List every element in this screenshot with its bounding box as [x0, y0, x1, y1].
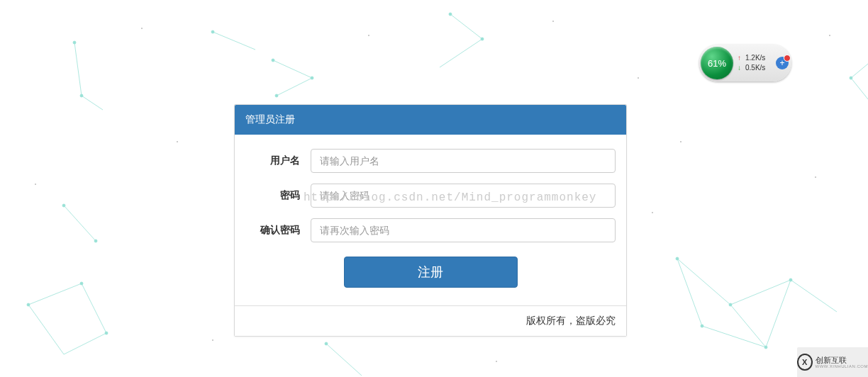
svg-point-41 [850, 77, 852, 79]
svg-line-28 [730, 280, 791, 305]
svg-line-14 [213, 32, 255, 50]
svg-line-0 [74, 43, 82, 96]
svg-line-10 [64, 333, 106, 354]
corner-logo-textbox: 创新互联 WWW.XINHULIAN.COM [816, 356, 869, 368]
monitor-download-row: ↓ 0.5K/s [738, 63, 776, 73]
username-input[interactable] [311, 149, 616, 173]
arrow-down-icon: ↓ [738, 63, 741, 73]
panel-footer: 版权所有，盗版必究 [235, 305, 626, 336]
svg-line-33 [702, 326, 766, 347]
form-row-password: 密码 [245, 184, 616, 208]
monitor-stats: ↑ 1.2K/s ↓ 0.5K/s [733, 53, 776, 73]
svg-point-51 [829, 35, 830, 36]
monitor-upload-row: ↑ 1.2K/s [738, 53, 776, 63]
svg-point-3 [80, 94, 83, 97]
svg-point-35 [729, 303, 732, 306]
svg-line-21 [450, 14, 482, 39]
register-panel: 管理员注册 用户名 密码 确认密码 注册 版权所有，盗版必究 [234, 104, 627, 337]
svg-point-47 [638, 77, 639, 79]
confirm-password-input[interactable] [311, 218, 616, 242]
svg-line-30 [730, 305, 766, 347]
corner-logo-sub: WWW.XINHULIAN.COM [816, 364, 869, 368]
svg-point-18 [272, 59, 274, 62]
monitor-plus-button[interactable]: + [776, 57, 789, 69]
svg-line-17 [277, 78, 312, 96]
monitor-percent-ball: 61% [701, 47, 733, 79]
svg-point-50 [815, 176, 816, 178]
corner-logo-main: 创新互联 [816, 356, 869, 364]
submit-row: 注册 [245, 257, 616, 288]
svg-point-37 [764, 346, 767, 349]
form-row-confirm-password: 确认密码 [245, 218, 616, 242]
svg-point-19 [311, 77, 313, 79]
svg-point-26 [325, 342, 328, 345]
svg-line-4 [64, 206, 96, 241]
svg-line-8 [28, 305, 64, 354]
confirm-password-label: 确认密码 [245, 224, 311, 237]
svg-line-9 [82, 283, 106, 333]
svg-line-29 [791, 280, 837, 312]
panel-title: 管理员注册 [235, 105, 626, 135]
monitor-download-value: 0.5K/s [745, 63, 765, 73]
svg-point-24 [481, 38, 484, 40]
svg-point-45 [368, 35, 369, 36]
system-monitor-widget[interactable]: 61% ↑ 1.2K/s ↓ 0.5K/s + [699, 45, 791, 81]
svg-line-1 [82, 96, 103, 110]
svg-point-34 [676, 257, 679, 260]
form-row-username: 用户名 [245, 149, 616, 173]
svg-point-44 [177, 141, 178, 142]
svg-line-27 [677, 259, 730, 305]
svg-point-23 [449, 13, 452, 16]
svg-point-46 [552, 21, 554, 22]
svg-point-48 [652, 212, 653, 213]
svg-point-11 [27, 303, 30, 306]
svg-line-16 [273, 60, 312, 78]
svg-point-43 [141, 28, 143, 29]
svg-point-15 [211, 30, 214, 33]
svg-line-39 [851, 78, 868, 99]
svg-line-25 [326, 344, 362, 376]
corner-logo-icon: X [797, 354, 813, 371]
password-label: 密码 [245, 189, 311, 202]
svg-point-38 [701, 325, 703, 327]
username-label: 用户名 [245, 154, 311, 167]
svg-point-20 [275, 94, 278, 97]
svg-point-6 [94, 240, 97, 242]
svg-line-32 [677, 259, 702, 326]
register-button[interactable]: 注册 [344, 257, 518, 288]
panel-body: 用户名 密码 确认密码 注册 [235, 135, 626, 305]
svg-point-13 [105, 332, 108, 334]
svg-point-5 [62, 204, 65, 207]
svg-line-7 [28, 283, 82, 305]
svg-line-40 [851, 64, 868, 78]
svg-point-52 [212, 339, 213, 341]
svg-line-22 [440, 39, 482, 67]
password-input[interactable] [311, 184, 616, 208]
svg-point-49 [680, 141, 681, 142]
svg-point-2 [73, 41, 76, 44]
svg-point-36 [789, 278, 792, 281]
arrow-up-icon: ↑ [738, 53, 741, 63]
svg-point-53 [496, 361, 497, 362]
svg-point-42 [35, 184, 36, 185]
corner-logo: X 创新互联 WWW.XINHULIAN.COM [797, 347, 868, 377]
svg-line-31 [766, 280, 791, 347]
monitor-upload-value: 1.2K/s [745, 53, 765, 63]
svg-point-12 [80, 282, 83, 285]
